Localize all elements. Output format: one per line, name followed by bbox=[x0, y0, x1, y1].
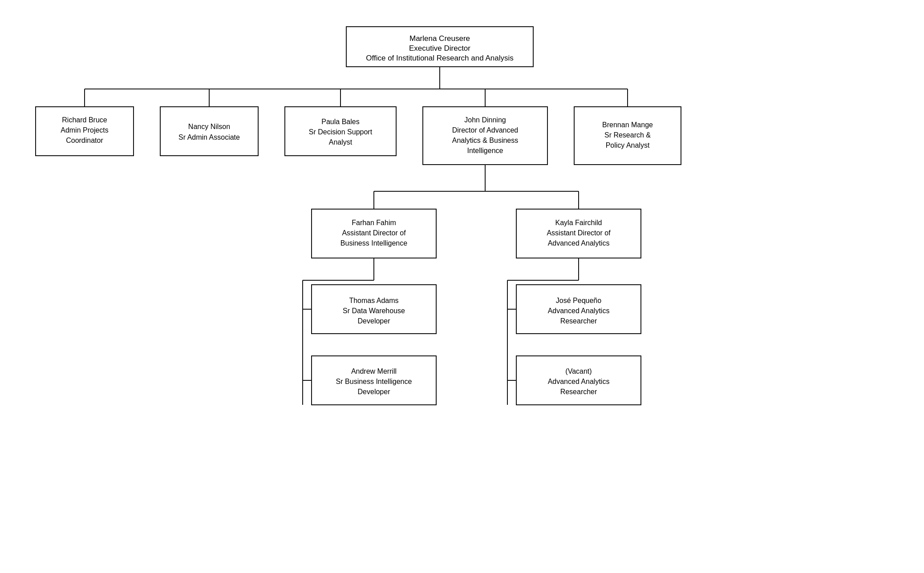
root-title1: Executive Director bbox=[409, 44, 470, 52]
paula-name: Paula Bales bbox=[321, 118, 359, 125]
paula-title2: Analyst bbox=[329, 138, 353, 146]
org-chart: Marlena Creusere Executive Director Offi… bbox=[9, 18, 915, 569]
thomas-name: Thomas Adams bbox=[349, 297, 398, 304]
brennan-name: Brennan Mange bbox=[602, 121, 653, 129]
john-name: John Dinning bbox=[464, 116, 506, 124]
brennan-title2: Policy Analyst bbox=[606, 141, 650, 149]
vacant-name: (Vacant) bbox=[565, 367, 592, 375]
kayla-title1: Assistant Director of bbox=[547, 229, 611, 237]
farhan-name: Farhan Fahim bbox=[352, 219, 396, 226]
jose-title2: Researcher bbox=[560, 317, 597, 325]
root-title2: Office of Institutional Research and Ana… bbox=[366, 54, 513, 62]
andrew-name: Andrew Merrill bbox=[351, 367, 397, 375]
svg-rect-9 bbox=[160, 107, 258, 156]
john-title1: Director of Advanced bbox=[452, 126, 519, 134]
richard-title2: Coordinator bbox=[66, 137, 103, 144]
john-title2: Analytics & Business bbox=[452, 137, 519, 144]
vacant-title1: Advanced Analytics bbox=[548, 378, 610, 385]
paula-title1: Sr Decision Support bbox=[309, 128, 373, 136]
jose-title1: Advanced Analytics bbox=[548, 307, 610, 315]
andrew-title2: Developer bbox=[358, 388, 391, 395]
vacant-title2: Researcher bbox=[560, 388, 597, 395]
thomas-title1: Sr Data Warehouse bbox=[343, 307, 405, 315]
richard-title1: Admin Projects bbox=[61, 126, 109, 134]
farhan-title1: Assistant Director of bbox=[342, 229, 406, 237]
jose-name: José Pequeño bbox=[556, 297, 601, 304]
thomas-title2: Developer bbox=[358, 317, 391, 325]
nancy-title: Sr Admin Associate bbox=[178, 133, 240, 141]
kayla-name: Kayla Fairchild bbox=[555, 219, 602, 226]
svg-rect-11 bbox=[423, 107, 547, 165]
farhan-title2: Business Intelligence bbox=[340, 239, 407, 247]
org-chart-svg: Marlena Creusere Executive Director Offi… bbox=[9, 18, 915, 569]
john-title3: Intelligence bbox=[467, 147, 503, 154]
andrew-title1: Sr Business Intelligence bbox=[336, 378, 412, 385]
richard-name: Richard Bruce bbox=[62, 116, 107, 124]
brennan-title1: Sr Research & bbox=[604, 131, 651, 139]
nancy-name: Nancy Nilson bbox=[188, 123, 230, 130]
root-name: Marlena Creusere bbox=[409, 34, 470, 43]
kayla-title2: Advanced Analytics bbox=[548, 239, 610, 247]
